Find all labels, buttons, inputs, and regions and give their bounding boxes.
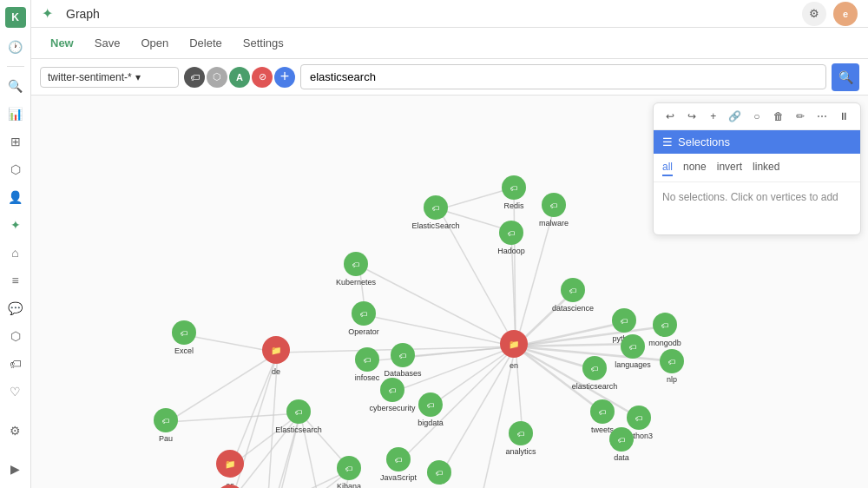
svg-text:🏷: 🏷: [569, 287, 576, 295]
sidebar-item-settings[interactable]: ⚙: [3, 419, 28, 443]
node-data[interactable]: 🏷 data: [609, 427, 634, 462]
svg-text:data: data: [614, 453, 629, 462]
undo-button[interactable]: ↩: [661, 107, 679, 126]
svg-text:🏷: 🏷: [360, 311, 367, 319]
user-avatar[interactable]: e: [833, 2, 858, 26]
tab-linked[interactable]: linked: [753, 159, 779, 176]
node-cybersecurity[interactable]: 🏷 cybersecurity: [369, 378, 416, 412]
node-hadoop[interactable]: 🏷 Hadoop: [497, 221, 525, 255]
sidebar-item-list[interactable]: ≡: [3, 268, 28, 293]
filter-icon-text[interactable]: A: [229, 67, 250, 88]
filter-icon-tag[interactable]: 🏷: [184, 67, 205, 88]
svg-text:Operator: Operator: [348, 327, 379, 336]
svg-line-5: [516, 346, 604, 413]
svg-point-137: [216, 485, 244, 488]
sidebar-item-tag[interactable]: 🏷: [3, 352, 28, 376]
save-button[interactable]: Save: [86, 33, 129, 53]
tab-invert[interactable]: invert: [717, 159, 742, 176]
index-selector[interactable]: twitter-sentiment-* ▾: [40, 67, 179, 88]
node-kibana[interactable]: 🏷 Kibana: [337, 456, 361, 488]
sidebar-item-layers[interactable]: ⬡: [3, 157, 28, 181]
sidebar-item-home[interactable]: ⌂: [3, 241, 28, 265]
svg-text:🏷: 🏷: [432, 205, 439, 213]
graph-edges: [168, 188, 674, 488]
node-de[interactable]: 📁 de: [262, 336, 290, 376]
more-button[interactable]: ⋯: [813, 107, 832, 126]
sidebar-item-search[interactable]: 🔍: [3, 74, 28, 98]
selections-toolbar: ↩ ↪ + 🔗 ○ 🗑 ✏ ⋯ ⏸: [654, 103, 860, 130]
node-bigdata[interactable]: 🏷 bigdata: [418, 392, 444, 427]
sidebar-item-graph[interactable]: ✦: [3, 213, 28, 237]
svg-text:Elasticsearch: Elasticsearch: [275, 425, 322, 434]
sidebar-item-chat[interactable]: 💬: [3, 296, 28, 320]
filter-icon-block[interactable]: ⊘: [252, 67, 273, 88]
node-elasticsearch-lower[interactable]: 🏷 Elasticsearch: [275, 399, 322, 434]
node-kubernetes[interactable]: 🏷 Kubernetes: [336, 252, 377, 287]
delete-sel-button[interactable]: 🗑: [770, 107, 788, 126]
node-nlp[interactable]: 🏷 nlp: [660, 349, 684, 384]
svg-text:Excel: Excel: [174, 346, 194, 355]
svg-text:de: de: [272, 367, 280, 376]
node-javascript[interactable]: 🏷 JavaScript: [380, 447, 418, 482]
link-button[interactable]: 🔗: [726, 107, 744, 126]
search-input[interactable]: [300, 64, 826, 89]
node-operator[interactable]: 🏷 Operator: [348, 301, 379, 336]
node-datascience[interactable]: 🏷 datascience: [552, 278, 594, 313]
circle-button[interactable]: ○: [747, 107, 766, 126]
node-elasticsearch-mid[interactable]: 🏷 elasticsearch: [572, 356, 618, 391]
node-bi[interactable]: 🏷 BI: [427, 460, 451, 488]
open-button[interactable]: Open: [132, 33, 177, 53]
filter-icon-node[interactable]: ⬡: [207, 67, 227, 88]
svg-text:🏷: 🏷: [427, 402, 434, 410]
filter-icon-add[interactable]: +: [274, 67, 295, 88]
delete-button[interactable]: Delete: [181, 33, 231, 53]
main-content: ✦ Graph ⚙ e New Save Open Delete Setting…: [31, 0, 868, 488]
svg-line-18: [432, 346, 516, 405]
graph-nodes[interactable]: 🏷 Redis 🏷 malware 🏷 ElasticSearch 🏷 Had: [154, 175, 684, 488]
titlebar-right: ⚙ e: [802, 2, 858, 26]
svg-text:🏷: 🏷: [599, 409, 606, 417]
svg-line-12: [359, 266, 516, 346]
svg-text:cybersecurity: cybersecurity: [369, 404, 416, 412]
svg-text:languages: languages: [615, 360, 651, 369]
svg-text:🏷: 🏷: [618, 437, 625, 445]
node-es[interactable]: 📁 es: [216, 450, 244, 488]
sidebar-item-expand[interactable]: ▶: [3, 457, 28, 481]
node-en[interactable]: 📁 en: [500, 330, 528, 370]
node-infosec[interactable]: 🏷 infosec: [355, 347, 380, 382]
sidebar-item-table[interactable]: ⊞: [3, 129, 28, 154]
pause-button[interactable]: ⏸: [835, 107, 853, 126]
search-button[interactable]: 🔍: [832, 63, 859, 91]
sidebar-item-person[interactable]: 👤: [3, 185, 28, 209]
graph-area[interactable]: 🏷 Redis 🏷 malware 🏷 ElasticSearch 🏷 Had: [31, 96, 868, 488]
sidebar-item-chart[interactable]: 📊: [3, 102, 28, 126]
sidebar-item-clock[interactable]: 🕐: [3, 35, 28, 59]
node-analytics[interactable]: 🏷 analytics: [505, 421, 536, 456]
new-button[interactable]: New: [42, 33, 82, 53]
svg-text:🏷: 🏷: [364, 357, 371, 365]
svg-text:JavaScript: JavaScript: [380, 473, 418, 482]
add-button[interactable]: +: [704, 107, 722, 126]
tab-all[interactable]: all: [662, 159, 673, 176]
edit-button[interactable]: ✏: [792, 107, 810, 126]
node-malware[interactable]: 🏷 malware: [539, 193, 569, 228]
svg-text:🏷: 🏷: [661, 322, 668, 330]
sidebar-item-network[interactable]: ⬡: [3, 324, 28, 348]
node-mongodb[interactable]: 🏷 mongodb: [648, 313, 681, 347]
sidebar-divider-1: [7, 66, 24, 67]
node-excel[interactable]: 🏷 Excel: [172, 320, 196, 355]
node-redis[interactable]: 🏷 Redis: [502, 175, 526, 210]
svg-text:🏷: 🏷: [621, 318, 628, 326]
svg-text:Kibana: Kibana: [337, 482, 361, 488]
settings-menu-button[interactable]: Settings: [234, 33, 293, 53]
settings-button[interactable]: ⚙: [802, 2, 826, 26]
node-tweets[interactable]: 🏷 tweets: [590, 399, 615, 434]
svg-text:🏷: 🏷: [436, 470, 443, 478]
tab-none[interactable]: none: [683, 159, 707, 176]
node-pau[interactable]: 🏷 Pau: [154, 408, 178, 443]
node-databases[interactable]: 🏷 Databases: [384, 343, 422, 378]
redo-button[interactable]: ↪: [682, 107, 700, 126]
node-fr[interactable]: 📁 fr: [216, 485, 244, 488]
sidebar-item-heart[interactable]: ♡: [3, 379, 28, 404]
svg-text:en: en: [510, 361, 518, 370]
